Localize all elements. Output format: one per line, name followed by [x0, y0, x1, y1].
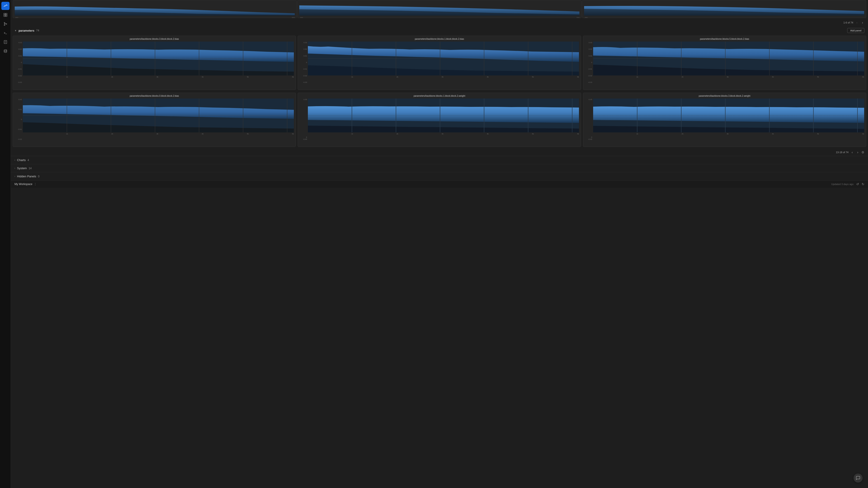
- undo-icon[interactable]: ↺: [856, 182, 859, 186]
- chart-area-1: 0.030.020.010-0.01-0.02-0.03: [15, 41, 294, 84]
- pagination-bottom-prev-btn[interactable]: ‹: [850, 150, 854, 155]
- svg-point-0: [6, 5, 7, 6]
- charts-section-item[interactable]: › Charts 4: [11, 156, 868, 164]
- system-chevron-icon[interactable]: ›: [14, 167, 15, 169]
- svg-point-6: [4, 25, 5, 26]
- pagination-prev-btn[interactable]: ‹: [855, 20, 859, 25]
- y-axis-6: 0.05 0 -0.05: [585, 98, 593, 140]
- system-section-label: System: [17, 166, 27, 170]
- y-axis-1: 0.030.020.010-0.01-0.02-0.03: [15, 41, 23, 84]
- footer: My Workspace ⋮ Updated 3 days ago ↺ ↻: [11, 180, 868, 188]
- chart-area-5: 0.05 0 -0.05: [300, 98, 579, 140]
- pagination-bottom-text: 13-18 of 74: [836, 151, 848, 154]
- y-axis-2: 0.030.020.010-0.01-0.02-0.03: [300, 41, 308, 84]
- main-content: -400-600 1k2k3k4k5k6k Step -200-300: [11, 0, 868, 488]
- chart-title-6: parameters/backbone.blocks.3.block.block…: [585, 95, 864, 97]
- workspace-label: My Workspace: [14, 183, 32, 186]
- x-axis-5: 1k2k3k4k5k6k: [308, 132, 579, 135]
- pagination-next-btn[interactable]: ›: [861, 20, 864, 25]
- charts-section-count: 4: [28, 159, 29, 162]
- chart-area-3: 0.030.020.010-0.01-0.02-0.03: [585, 41, 864, 84]
- hidden-panels-section-label: Hidden Panels: [17, 175, 36, 178]
- chart-plot-5: 1k2k3k4k5k6k: [308, 98, 579, 140]
- svg-rect-1: [4, 13, 5, 15]
- x-axis-4: 1k2k3k4k5k6k: [23, 132, 294, 135]
- parameters-section-title: parameters: [19, 29, 34, 32]
- pagination-top-text: 1-6 of 74: [843, 21, 853, 24]
- chart-plot-6: 1k2k3k4k5k6k: [593, 98, 864, 140]
- redo-icon[interactable]: ↻: [862, 182, 864, 186]
- parameters-section-header: ▼ parameters 74 Add panel: [11, 26, 868, 35]
- top-chart-2: -200-300 1k2k3k4k5k6k Step: [297, 0, 581, 18]
- parameters-section-count: 74: [36, 29, 39, 32]
- system-section-count: 14: [29, 167, 32, 170]
- chart-card-6: parameters/backbone.blocks.3.block.block…: [583, 93, 866, 147]
- chart-plot-1: 1k2k3k4k5k6k: [23, 41, 294, 84]
- hidden-panels-section-count: 0: [38, 175, 39, 178]
- footer-right: Updated 3 days ago ↺ ↻: [831, 182, 864, 186]
- chart-plot-4: 1k2k3k4k5k6k: [23, 98, 294, 140]
- y-axis-3: 0.030.020.010-0.01-0.02-0.03: [585, 41, 593, 84]
- section-title-row: ▼ parameters 74: [14, 29, 39, 32]
- sidebar-icon-branch[interactable]: [1, 20, 9, 28]
- chart-plot-3: 1k2k3k4k5k6k: [593, 41, 864, 84]
- chart-title-3: parameters/backbone.blocks.5.block.block…: [585, 38, 864, 40]
- top-chart-3: -400 1k2k3k4k5k6k Step: [582, 0, 866, 18]
- chart-title-1: parameters/backbone.blocks.3.block.block…: [15, 38, 294, 40]
- x-axis-6: 1k2k3k4k5k6k: [593, 132, 864, 135]
- charts-chevron-icon[interactable]: ›: [14, 159, 15, 161]
- top-chart-1: -400-600 1k2k3k4k5k6k Step: [13, 0, 297, 18]
- svg-point-15: [4, 50, 7, 51]
- y-axis-4: 0.020.010-0.01-0.02: [15, 98, 23, 140]
- workspace-menu-icon[interactable]: ⋮: [34, 182, 37, 186]
- sidebar-icon-report[interactable]: [1, 38, 9, 46]
- chart-title-2: parameters/backbone.blocks.1.block.block…: [300, 38, 579, 40]
- parameters-chevron-icon[interactable]: ▼: [14, 29, 17, 32]
- chart-card-1: parameters/backbone.blocks.3.block.block…: [13, 36, 296, 90]
- chart-card-3: parameters/backbone.blocks.5.block.block…: [583, 36, 866, 90]
- sidebar-icon-database[interactable]: [1, 47, 9, 55]
- hidden-panels-chevron-icon[interactable]: ›: [14, 175, 15, 177]
- charts-grid-bottom: parameters/backbone.blocks.0.block.block…: [11, 92, 868, 149]
- pagination-bottom: 13-18 of 74 ‹ › ⚙: [11, 149, 868, 156]
- x-axis-3: 1k2k3k4k5k6k: [593, 75, 864, 78]
- sidebar-icon-terminal[interactable]: [1, 29, 9, 37]
- chart-area-2: 0.030.020.010-0.01-0.02-0.03: [300, 41, 579, 84]
- chart-title-5: parameters/backbone.blocks.1.block.block…: [300, 95, 579, 97]
- updated-label: Updated 3 days ago: [831, 183, 854, 186]
- x-axis-1: 1k2k3k4k5k6k: [23, 75, 294, 78]
- sidebar: [0, 0, 11, 488]
- chart-plot-2: 1k2k3k4k5k6k: [308, 41, 579, 84]
- pagination-bottom-next-btn[interactable]: ›: [856, 150, 860, 155]
- svg-rect-2: [6, 13, 7, 15]
- system-section-item[interactable]: › System 14: [11, 164, 868, 172]
- x-axis-2: 1k2k3k4k5k6k: [308, 75, 579, 78]
- pagination-top: 1-6 of 74 ‹ ›: [11, 19, 868, 26]
- chart-area-6: 0.05 0 -0.05: [585, 98, 864, 140]
- settings-icon-pagination[interactable]: ⚙: [862, 151, 864, 154]
- top-charts-row: -400-600 1k2k3k4k5k6k Step -200-300: [11, 0, 868, 19]
- chart-card-2: parameters/backbone.blocks.1.block.block…: [298, 36, 581, 90]
- charts-grid-top: parameters/backbone.blocks.3.block.block…: [11, 35, 868, 92]
- chart-card-5: parameters/backbone.blocks.1.block.block…: [298, 93, 581, 147]
- svg-rect-4: [6, 15, 7, 17]
- y-axis-5: 0.05 0 -0.05: [300, 98, 308, 140]
- svg-rect-3: [4, 15, 5, 17]
- charts-section-label: Charts: [17, 158, 26, 162]
- add-panel-button[interactable]: Add panel: [847, 28, 864, 33]
- chart-area-4: 0.020.010-0.01-0.02: [15, 98, 294, 140]
- svg-point-7: [6, 24, 7, 24]
- chart-card-4: parameters/backbone.blocks.0.block.block…: [13, 93, 296, 147]
- chat-bubble[interactable]: [854, 474, 863, 483]
- sidebar-icon-charts[interactable]: [1, 2, 9, 10]
- chart-title-4: parameters/backbone.blocks.0.block.block…: [15, 95, 294, 97]
- hidden-panels-section-item[interactable]: › Hidden Panels 0: [11, 172, 868, 180]
- svg-line-9: [4, 23, 6, 24]
- sidebar-icon-grid[interactable]: [1, 11, 9, 19]
- svg-point-5: [4, 22, 5, 23]
